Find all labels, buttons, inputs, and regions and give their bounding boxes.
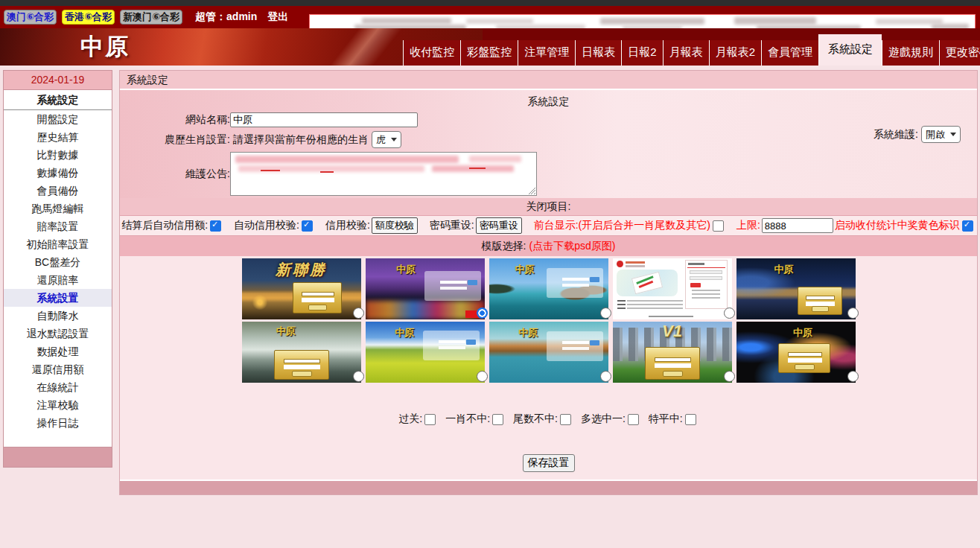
template-thumb-night-harbor[interactable]: 新聯勝 (242, 258, 361, 319)
pass-checkbox[interactable] (424, 414, 436, 425)
zodiac-select[interactable]: 虎 (372, 131, 401, 148)
admin-user-label: 超管：admin (195, 10, 257, 24)
template-radio[interactable] (847, 308, 859, 319)
auto-credit-verify-checkbox[interactable] (302, 220, 313, 232)
tab-change-password[interactable]: 更改密碼 (939, 40, 980, 66)
sidebar: 2024-01-19 系統設定 開盤設定 歷史結算 比對數據 數據備份 會員備份… (3, 70, 112, 468)
sidebar-item-system-settings[interactable]: 系統設定 (4, 90, 112, 110)
redacted-text (734, 17, 816, 25)
template-radio[interactable] (477, 371, 488, 382)
template-radio[interactable] (600, 308, 611, 319)
tab-system-settings[interactable]: 系統設定 (818, 34, 882, 66)
sidebar-item-odds-settings[interactable]: 賠率設置 (4, 217, 112, 235)
template-thumb-night-bridge[interactable]: 中原 (736, 258, 856, 319)
redacted-mark (469, 168, 486, 169)
auto-credit-checkbox[interactable] (210, 220, 221, 232)
template-title: 中原 (396, 263, 416, 276)
tab-game-rules[interactable]: 遊戲規則 (882, 40, 939, 66)
logout-link[interactable]: 登出 (267, 10, 288, 24)
template-preview-image (613, 258, 732, 319)
redacted-mark (320, 171, 334, 173)
resize-handle-icon[interactable] (529, 188, 535, 194)
tab-member-management[interactable]: 會員管理 (761, 40, 818, 66)
tag-macau-lottery[interactable]: 澳门⑥合彩 (4, 10, 57, 25)
tail-miss-checkbox[interactable] (560, 414, 571, 425)
sidebar-item-open-draw-settings[interactable]: 開盤設定 (4, 110, 112, 128)
tab-monthly-report-2[interactable]: 月報表2 (709, 40, 761, 66)
sidebar-item-online-statistics[interactable]: 在線統計 (4, 378, 112, 396)
save-settings-button[interactable]: 保存設置 (523, 454, 575, 472)
template-radio[interactable] (724, 308, 735, 319)
template-thumb-tropical-beach[interactable]: 中原 (489, 258, 608, 319)
template-radio[interactable] (353, 308, 364, 319)
sidebar-item-restore-odds[interactable]: 還原賠率 (4, 271, 112, 289)
sidebar-item-data-backup[interactable]: 數據備份 (4, 164, 112, 182)
template-ticket-card (631, 272, 662, 295)
template-thumb-macau-night[interactable]: 中原 (736, 322, 856, 383)
template-radio[interactable] (600, 371, 611, 382)
main-panel: 系統設定 系統設定 網站名稱: 農歷生肖設置: 請選擇與當前年份相應的生肖 虎 … (119, 70, 978, 495)
template-radio[interactable] (847, 371, 859, 382)
tab-daily-report[interactable]: 日報表 (575, 40, 621, 66)
sidebar-item-marquee-editor[interactable]: 跑馬燈編輯 (4, 200, 112, 217)
sidebar-item-initial-odds-settings[interactable]: 初始賠率設置 (4, 235, 112, 253)
template-text-lines (617, 300, 683, 311)
one-zodiac-miss-checkbox[interactable] (492, 414, 503, 425)
tab-lottery-board-monitor[interactable]: 彩盤監控 (460, 40, 518, 66)
sidebar-item-bet-verification[interactable]: 注單校驗 (4, 396, 112, 414)
template-radio-selected[interactable] (477, 308, 488, 319)
template-thumb-v1-city[interactable]: V1 (613, 322, 732, 383)
maintenance-notice-textarea[interactable] (230, 152, 537, 196)
template-radio[interactable] (353, 371, 364, 382)
system-maintenance-select[interactable]: 開啟 (921, 126, 961, 143)
main-footer-strip (120, 480, 977, 494)
zodiac-hint: 請選擇與當前年份相應的生肖 (233, 133, 369, 147)
template-thumb-misty-river[interactable]: 中原 (242, 322, 361, 383)
sidebar-item-compare-data[interactable]: 比對數據 (4, 146, 112, 164)
sidebar-item-restore-credit[interactable]: 還原信用額 (4, 360, 112, 378)
sidebar-item-history-settlement[interactable]: 歷史結算 (4, 128, 112, 146)
special-flat-hit-label: 特平中: (649, 412, 683, 426)
template-thumb-green-field[interactable]: 中原 (366, 322, 485, 383)
sidebar-item-auto-water-drop[interactable]: 自動降水 (4, 307, 112, 325)
one-zodiac-miss-label: 一肖不中: (445, 412, 490, 426)
panel-title: 系統設定 (120, 71, 977, 90)
tail-miss-label: 尾数不中: (513, 412, 558, 426)
site-name-input[interactable] (230, 112, 418, 127)
template-footer-links (649, 316, 693, 317)
tag-new-macau-lottery[interactable]: 新澳门⑥合彩 (120, 10, 182, 25)
sidebar-item-operation-log[interactable]: 操作日誌 (4, 414, 112, 432)
tag-hongkong-lottery[interactable]: 香港⑥合彩 (62, 10, 115, 25)
maintenance-selected-value: 開啟 (926, 128, 945, 141)
close-projects-label: 关闭项目: (526, 200, 571, 212)
password-reset-button[interactable]: 密码重设 (476, 217, 522, 234)
zodiac-label: 農歷生肖設置: (120, 133, 230, 147)
tab-bet-management[interactable]: 注單管理 (518, 40, 575, 66)
sidebar-item-system-config[interactable]: 系統設置 (4, 289, 112, 307)
psd-download-link[interactable]: (点击下载psd原图) (529, 240, 615, 253)
limit-input[interactable] (762, 218, 833, 233)
pass-options-row: 过关: 一肖不中: 尾数不中: 多选中一: 特平中: (120, 412, 977, 426)
sidebar-item-bc-board-diff[interactable]: BC盤差分 (4, 253, 112, 271)
zodiac-selected-value: 虎 (376, 133, 386, 147)
sidebar-item-member-backup[interactable]: 會員備份 (4, 182, 112, 200)
template-title: 中原 (518, 326, 538, 340)
multi-pick-one-checkbox[interactable] (628, 414, 639, 425)
credit-check-button[interactable]: 額度校驗 (372, 217, 418, 234)
tab-payment-monitor[interactable]: 收付監控 (403, 40, 460, 66)
yellow-mark-checkbox[interactable] (962, 220, 973, 232)
sidebar-item-rebate-default-settings[interactable]: 退水默認設置 (4, 325, 112, 342)
sidebar-item-data-processing[interactable]: 数据处理 (4, 342, 112, 360)
tab-monthly-report[interactable]: 月報表 (663, 40, 709, 66)
template-thumb-light-page[interactable] (613, 258, 732, 319)
template-thumb-purple-city[interactable]: 中原 (366, 258, 485, 319)
browser-top-strip (0, 0, 980, 6)
special-flat-hit-checkbox[interactable] (685, 414, 696, 425)
template-radio[interactable] (724, 371, 735, 382)
front-display-checkbox[interactable] (713, 220, 724, 232)
template-thumb-autumn-lake[interactable]: 中原 (489, 322, 608, 383)
template-hero-panel (617, 270, 678, 296)
login-box-preview (547, 268, 603, 298)
chevron-down-icon (950, 133, 956, 136)
tab-daily-report-2[interactable]: 日報2 (621, 40, 662, 66)
